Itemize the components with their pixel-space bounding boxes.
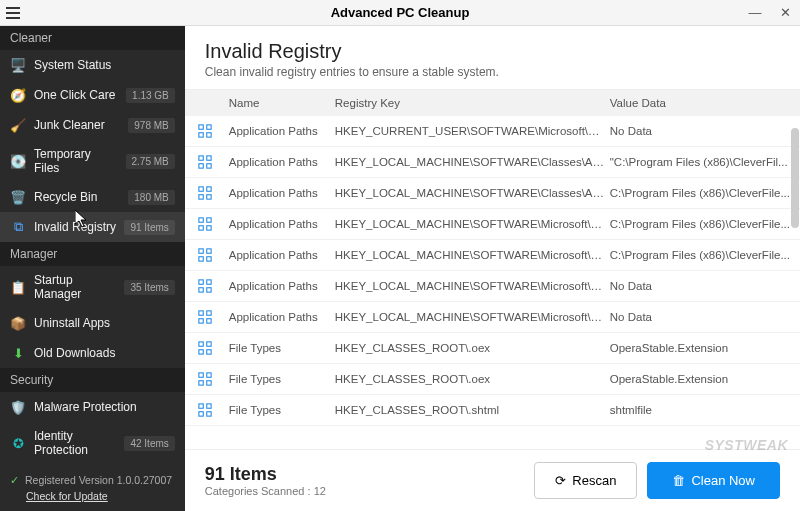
svg-rect-8 xyxy=(199,187,203,191)
svg-rect-34 xyxy=(199,381,203,385)
svg-rect-27 xyxy=(207,319,211,323)
nav-label: Startup Manager xyxy=(34,273,116,301)
registry-row-icon xyxy=(198,341,212,355)
svg-rect-39 xyxy=(207,412,211,416)
table-row[interactable]: Application PathsHKEY_LOCAL_MACHINE\SOFT… xyxy=(185,240,800,271)
nav-badge: 2.75 MB xyxy=(126,154,175,169)
registered-version: Registered Version 1.0.0.27007 xyxy=(25,474,172,486)
table-row[interactable]: File TypesHKEY_CLASSES_ROOT\.oexOperaSta… xyxy=(185,333,800,364)
col-key: Registry Key xyxy=(335,97,610,109)
row-key: HKEY_CLASSES_ROOT\.oex xyxy=(335,342,610,354)
download-icon: ⬇ xyxy=(10,345,26,361)
nav-label: Identity Protection xyxy=(34,429,116,457)
svg-rect-35 xyxy=(207,381,211,385)
sidebar-item-junk[interactable]: 🧹 Junk Cleaner 978 MB xyxy=(0,110,185,140)
sidebar-item-downloads[interactable]: ⬇ Old Downloads xyxy=(0,338,185,368)
nav-badge: 180 MB xyxy=(128,190,174,205)
sidebar-item-recycle[interactable]: 🗑️ Recycle Bin 180 MB xyxy=(0,182,185,212)
nav-badge: 1.13 GB xyxy=(126,88,175,103)
nav-badge: 978 MB xyxy=(128,118,174,133)
registry-row-icon xyxy=(198,310,212,324)
svg-rect-23 xyxy=(207,288,211,292)
registry-icon: ⧉ xyxy=(10,219,26,235)
row-value: OperaStable.Extension xyxy=(610,373,800,385)
svg-rect-31 xyxy=(207,350,211,354)
row-name: File Types xyxy=(225,373,335,385)
row-key: HKEY_LOCAL_MACHINE\SOFTWARE\Microsoft\Wi… xyxy=(335,280,610,292)
row-name: Application Paths xyxy=(225,280,335,292)
svg-rect-9 xyxy=(207,187,211,191)
check-update-link[interactable]: Check for Update xyxy=(10,490,175,502)
table-row[interactable]: Application PathsHKEY_LOCAL_MACHINE\SOFT… xyxy=(185,209,800,240)
svg-rect-19 xyxy=(207,257,211,261)
registry-row-icon xyxy=(198,372,212,386)
row-value: C:\Program Files (x86)\CleverFile... xyxy=(610,218,800,230)
sidebar-item-uninstall[interactable]: 📦 Uninstall Apps xyxy=(0,308,185,338)
table-row[interactable]: File TypesHKEY_CLASSES_ROOT\.shtmlshtmlf… xyxy=(185,395,800,426)
col-val: Value Data xyxy=(610,97,800,109)
sidebar-footer: ✓ Registered Version 1.0.0.27007 Check f… xyxy=(0,464,185,511)
minimize-button[interactable]: — xyxy=(740,0,770,25)
svg-rect-7 xyxy=(207,164,211,168)
svg-rect-10 xyxy=(199,195,203,199)
svg-rect-2 xyxy=(199,133,203,137)
sidebar-item-startup[interactable]: 📋 Startup Manager 35 Items xyxy=(0,266,185,308)
registry-row-icon xyxy=(198,248,212,262)
items-count: 91 Items xyxy=(205,464,326,485)
sidebar-item-registry[interactable]: ⧉ Invalid Registry 91 Items xyxy=(0,212,185,242)
row-value: OperaStable.Extension xyxy=(610,342,800,354)
categories-scanned: Categories Scanned : 12 xyxy=(205,485,326,497)
nav-label: Invalid Registry xyxy=(34,220,116,234)
menu-icon[interactable] xyxy=(0,0,26,26)
nav-label: Old Downloads xyxy=(34,346,175,360)
svg-rect-16 xyxy=(199,249,203,253)
table-header: Name Registry Key Value Data xyxy=(185,90,800,116)
row-name: Application Paths xyxy=(225,249,335,261)
row-key: HKEY_LOCAL_MACHINE\SOFTWARE\Classes\Appl… xyxy=(335,187,610,199)
scrollbar[interactable] xyxy=(791,128,799,228)
sidebar-item-identity[interactable]: ✪ Identity Protection 42 Items xyxy=(0,422,185,464)
row-value: C:\Program Files (x86)\CleverFile... xyxy=(610,249,800,261)
row-name: Application Paths xyxy=(225,156,335,168)
rescan-button[interactable]: ⟳ Rescan xyxy=(534,462,637,499)
sidebar-item-temp[interactable]: 💽 Temporary Files 2.75 MB xyxy=(0,140,185,182)
row-key: HKEY_LOCAL_MACHINE\SOFTWARE\Classes\Appl… xyxy=(335,156,610,168)
row-key: HKEY_LOCAL_MACHINE\SOFTWARE\Microsoft\Wi… xyxy=(335,249,610,261)
svg-rect-3 xyxy=(207,133,211,137)
nav-label: Junk Cleaner xyxy=(34,118,120,132)
table-row[interactable]: Application PathsHKEY_LOCAL_MACHINE\SOFT… xyxy=(185,302,800,333)
table-row[interactable]: File TypesHKEY_CLASSES_ROOT\.oexOperaSta… xyxy=(185,364,800,395)
svg-rect-21 xyxy=(207,280,211,284)
row-key: HKEY_LOCAL_MACHINE\SOFTWARE\Microsoft\Wi… xyxy=(335,218,610,230)
col-name: Name xyxy=(225,97,335,109)
svg-rect-32 xyxy=(199,373,203,377)
page-title: Invalid Registry xyxy=(205,40,780,63)
clean-label: Clean Now xyxy=(691,473,755,488)
clean-now-button[interactable]: 🗑 Clean Now xyxy=(647,462,780,499)
row-name: Application Paths xyxy=(225,218,335,230)
table-row[interactable]: Application PathsHKEY_CURRENT_USER\SOFTW… xyxy=(185,116,800,147)
svg-rect-20 xyxy=(199,280,203,284)
nav-badge: 35 Items xyxy=(124,280,174,295)
page-header: Invalid Registry Clean invalid registry … xyxy=(185,26,800,89)
table-row[interactable]: Application PathsHKEY_LOCAL_MACHINE\SOFT… xyxy=(185,178,800,209)
registry-row-icon xyxy=(198,403,212,417)
row-key: HKEY_CURRENT_USER\SOFTWARE\Microsoft\Win… xyxy=(335,125,610,137)
svg-rect-33 xyxy=(207,373,211,377)
svg-rect-22 xyxy=(199,288,203,292)
sidebar-item-malware[interactable]: 🛡️ Malware Protection xyxy=(0,392,185,422)
svg-rect-0 xyxy=(199,125,203,129)
close-button[interactable]: ✕ xyxy=(770,0,800,25)
monitor-icon: 🖥️ xyxy=(10,57,26,73)
sidebar-item-one-click[interactable]: 🧭 One Click Care 1.13 GB xyxy=(0,80,185,110)
sidebar-item-system-status[interactable]: 🖥️ System Status xyxy=(0,50,185,80)
brush-icon: 🧹 xyxy=(10,117,26,133)
table-row[interactable]: Application PathsHKEY_LOCAL_MACHINE\SOFT… xyxy=(185,271,800,302)
row-value: C:\Program Files (x86)\CleverFile... xyxy=(610,187,800,199)
app-title: Advanced PC Cleanup xyxy=(0,5,800,20)
table-row[interactable]: Application PathsHKEY_LOCAL_MACHINE\SOFT… xyxy=(185,147,800,178)
svg-rect-18 xyxy=(199,257,203,261)
nav-label: Temporary Files xyxy=(34,147,118,175)
registry-row-icon xyxy=(198,279,212,293)
nav-badge: 91 Items xyxy=(124,220,174,235)
